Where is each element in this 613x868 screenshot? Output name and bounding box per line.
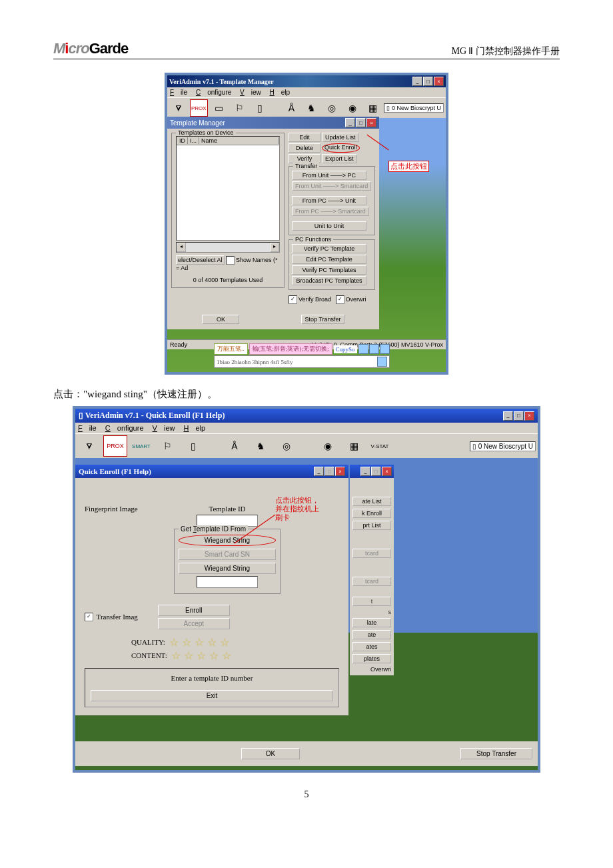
template-button-2[interactable]: ate — [352, 630, 391, 639]
wiegand-string-button[interactable]: Wiegand String — [179, 535, 276, 546]
smartcard-icon[interactable]: ▭ — [210, 99, 229, 117]
menu-view[interactable]: View — [153, 424, 175, 432]
tool-icon-c[interactable]: ◎ — [323, 99, 342, 117]
device-icon[interactable]: ▯ — [181, 435, 205, 457]
export-list-button[interactable]: prt List — [352, 521, 391, 530]
show-names-checkbox[interactable] — [226, 256, 235, 265]
menu-view[interactable]: View — [240, 89, 261, 96]
enroll-button[interactable]: Enroll — [158, 605, 230, 616]
scroll-left-icon[interactable]: ◂ — [177, 243, 186, 252]
verify-broad-checkbox[interactable]: ✓ — [289, 295, 297, 304]
verify-pc-template-button[interactable]: Verify PC Template — [292, 244, 366, 253]
window-controls[interactable]: _□× — [503, 411, 534, 421]
edit-pc-template-button[interactable]: Edit PC Template — [292, 255, 366, 264]
tm-window-controls[interactable]: _□× — [345, 118, 376, 127]
fingerprint-icon[interactable]: ⛛ — [77, 435, 101, 457]
template-listbox[interactable]: ID I... Name — [176, 136, 280, 241]
update-list-button[interactable]: ate List — [352, 497, 391, 506]
update-list-button[interactable]: Update List — [322, 133, 359, 142]
maximize-icon[interactable]: □ — [514, 411, 524, 421]
qe-window-controls[interactable]: _□× — [314, 467, 345, 476]
tool-icon-e[interactable]: ▦ — [342, 435, 366, 457]
menu-configure[interactable]: Configure — [105, 424, 144, 432]
minimize-icon[interactable]: _ — [345, 118, 355, 127]
ime-icon[interactable] — [358, 344, 368, 354]
minimize-icon[interactable]: _ — [412, 77, 422, 86]
col-name[interactable]: Name — [199, 137, 279, 144]
maximize-icon[interactable]: □ — [423, 77, 433, 86]
minimize-icon[interactable]: _ — [314, 467, 324, 476]
device-icon[interactable]: ▯ — [251, 99, 269, 117]
menu-help[interactable]: Help — [270, 89, 291, 96]
col-id[interactable]: ID — [177, 137, 188, 144]
exit-button[interactable]: Exit — [91, 690, 333, 701]
ime-icon[interactable] — [369, 344, 379, 354]
tool-icon-b[interactable]: ♞ — [249, 435, 273, 457]
menu-help[interactable]: Help — [184, 424, 206, 432]
close-icon[interactable]: × — [434, 77, 444, 86]
prox-icon[interactable]: PROX — [190, 99, 209, 117]
from-pc-unit-button[interactable]: From PC ——> Unit — [292, 196, 366, 205]
unit-button[interactable]: t — [352, 597, 391, 606]
menu-file[interactable]: File — [78, 424, 97, 432]
tool-icon-c[interactable]: ◎ — [275, 435, 299, 457]
stop-transfer-button[interactable]: Stop Transfer — [301, 315, 344, 324]
quick-enroll-button[interactable]: Quick Enroll — [322, 143, 360, 153]
ime-icon[interactable] — [380, 344, 390, 354]
verify-button[interactable]: Verify — [289, 154, 320, 163]
obscured-window-controls[interactable]: _□× — [360, 467, 392, 476]
close-icon[interactable]: × — [524, 411, 534, 421]
stop-transfer-button[interactable]: Stop Transfer — [460, 748, 532, 759]
ok-button[interactable]: OK — [241, 748, 300, 759]
tool-icon-b[interactable]: ♞ — [303, 99, 321, 117]
transfer-image-checkbox[interactable]: ✓ — [85, 613, 93, 621]
col-i[interactable]: I... — [188, 137, 199, 144]
from-unit-pc-button[interactable]: From Unit ——> PC — [292, 171, 366, 180]
close-icon[interactable]: × — [335, 467, 345, 476]
banner-icon[interactable]: ⚐ — [231, 99, 249, 117]
ime-icon[interactable] — [377, 357, 387, 367]
overwrite-checkbox[interactable]: ✓ — [336, 295, 344, 304]
tool-icon-d[interactable]: ◉ — [343, 99, 362, 117]
window-controls[interactable]: _□× — [412, 77, 444, 86]
wiegand-output[interactable] — [197, 576, 258, 588]
menubar[interactable]: File Configure View Help — [75, 423, 538, 433]
select-deselect-all-button[interactable]: elect/Deselect Al — [176, 255, 225, 265]
templates-button[interactable]: ates — [352, 642, 391, 651]
tool-icon-a[interactable]: Å — [283, 99, 301, 117]
ime-name[interactable]: 万能五笔.. — [214, 343, 248, 355]
banner-icon[interactable]: ⚐ — [155, 435, 179, 457]
menubar[interactable]: File Configure View Help — [167, 87, 446, 97]
broadcast-button[interactable]: Broadcast PC Templates — [292, 276, 366, 285]
template-button[interactable]: late — [352, 618, 391, 627]
smartcard-icon[interactable]: SMART — [129, 435, 153, 457]
menu-configure[interactable]: Configure — [196, 89, 231, 96]
close-icon[interactable]: × — [366, 118, 376, 127]
export-list-button[interactable]: Export List — [322, 154, 357, 163]
minimize-icon[interactable]: _ — [360, 467, 370, 476]
ime-icons[interactable] — [358, 344, 390, 354]
tool-icon-vstat[interactable]: V-STAT — [368, 435, 392, 457]
tool-icon-e[interactable]: ▦ — [364, 99, 382, 117]
minimize-icon[interactable]: _ — [503, 411, 513, 421]
prox-icon[interactable]: PROX — [103, 435, 127, 457]
tool-icon-a[interactable]: Å — [223, 435, 247, 457]
fingerprint-icon[interactable]: ⛛ — [169, 99, 188, 117]
quick-enroll-button[interactable]: k Enroll — [352, 509, 391, 518]
ok-button[interactable]: OK — [202, 315, 239, 324]
unit-to-unit-button[interactable]: Unit to Unit — [292, 221, 366, 231]
tool-icon-d[interactable]: ◉ — [316, 435, 340, 457]
maximize-icon: □ — [371, 467, 381, 476]
ime-candidates[interactable]: 1biao 2biaohn 3hipnn 4sfi 5sfiy — [217, 359, 293, 365]
maximize-icon[interactable]: □ — [356, 118, 366, 127]
ime-copyso[interactable]: CopySo — [334, 345, 357, 353]
scroll-right-icon[interactable]: ▸ — [270, 243, 279, 252]
menu-file[interactable]: File — [170, 89, 187, 96]
wiegand-string-button-2[interactable]: Wiegand String — [179, 563, 276, 574]
delete-button[interactable]: Delete — [289, 143, 320, 153]
scrollbar-horizontal[interactable]: ◂▸ — [176, 242, 280, 253]
broadcast-templates-button[interactable]: plates — [352, 654, 391, 663]
verify-pc-templates-button[interactable]: Verify PC Templates — [292, 265, 366, 275]
close-icon[interactable]: × — [382, 467, 392, 476]
edit-button[interactable]: Edit — [289, 133, 320, 142]
